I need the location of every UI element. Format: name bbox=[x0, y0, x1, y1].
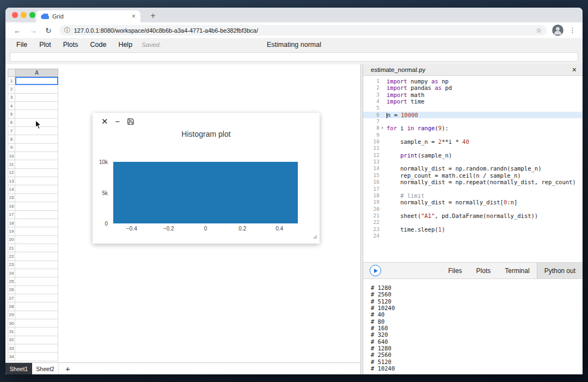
browser-menu-icon[interactable]: ⋮ bbox=[569, 26, 576, 34]
row-header-13[interactable]: 13 bbox=[8, 177, 15, 185]
row-header-17[interactable]: 17 bbox=[8, 211, 15, 219]
cell-A13[interactable] bbox=[15, 177, 58, 185]
cell-A16[interactable] bbox=[15, 202, 58, 210]
code-line-12[interactable]: 12 print(sample_n) bbox=[363, 152, 583, 159]
row-header-2[interactable]: 2 bbox=[8, 85, 15, 93]
cell-A2[interactable] bbox=[15, 85, 58, 93]
code-line-9[interactable]: 9 bbox=[363, 132, 583, 138]
row-header-3[interactable]: 3 bbox=[8, 94, 15, 102]
cell-A30[interactable] bbox=[15, 319, 58, 328]
editor-close-icon[interactable]: × bbox=[572, 65, 577, 74]
code-line-23[interactable]: 23 time.sleep(1) bbox=[363, 226, 583, 233]
cell-A7[interactable] bbox=[15, 127, 58, 135]
sheet-tab-sheet2[interactable]: Sheet2 bbox=[32, 363, 59, 374]
code-line-8[interactable]: 8▾for i in range(9): bbox=[363, 125, 583, 131]
cell-A19[interactable] bbox=[15, 227, 58, 235]
site-info-icon[interactable]: ⓘ bbox=[64, 26, 70, 34]
code-line-4[interactable]: 4import time bbox=[363, 98, 583, 105]
cell-A22[interactable] bbox=[15, 252, 58, 260]
cell-A3[interactable] bbox=[15, 94, 58, 102]
cell-A29[interactable] bbox=[15, 311, 58, 319]
code-line-21[interactable]: 21 sheet("A1", pd.DataFrame(normally_dis… bbox=[363, 213, 583, 219]
cell-A14[interactable] bbox=[15, 185, 58, 193]
row-header-11[interactable]: 11 bbox=[8, 160, 15, 168]
code-line-14[interactable]: 14 normally_dist = np.random.randn(sampl… bbox=[363, 165, 583, 172]
row-header-32[interactable]: 32 bbox=[8, 336, 15, 344]
cell-A17[interactable] bbox=[15, 211, 58, 219]
cell-A27[interactable] bbox=[15, 294, 58, 302]
row-header-34[interactable]: 34 bbox=[8, 353, 15, 361]
menu-plot[interactable]: Plot bbox=[33, 41, 57, 48]
cell-A4[interactable] bbox=[15, 102, 58, 110]
tab-terminal[interactable]: Terminal bbox=[498, 263, 536, 278]
code-line-15[interactable]: 15 rep_count = math.ceil(n / sample_n) bbox=[363, 172, 583, 179]
window-zoom-button[interactable] bbox=[29, 12, 35, 18]
code-line-1[interactable]: 1import numpy as np bbox=[363, 78, 583, 84]
menu-plots[interactable]: Plots bbox=[57, 41, 84, 48]
cell-A18[interactable] bbox=[15, 219, 58, 227]
cell-A21[interactable] bbox=[15, 244, 58, 252]
cell-A34[interactable] bbox=[15, 353, 58, 361]
row-header-31[interactable]: 31 bbox=[8, 328, 15, 336]
run-button[interactable] bbox=[370, 265, 381, 276]
code-line-7[interactable]: 7 bbox=[363, 118, 583, 125]
tab-python-out[interactable]: Python out bbox=[537, 263, 583, 278]
cell-A31[interactable] bbox=[15, 328, 58, 336]
tab-files[interactable]: Files bbox=[441, 263, 469, 278]
row-header-14[interactable]: 14 bbox=[8, 185, 15, 193]
row-header-22[interactable]: 22 bbox=[8, 252, 15, 260]
cell-A15[interactable] bbox=[15, 194, 58, 202]
cell-A9[interactable] bbox=[15, 144, 58, 152]
menu-help[interactable]: Help bbox=[112, 41, 138, 48]
reload-button[interactable]: ↻ bbox=[45, 27, 52, 34]
tab-close-icon[interactable]: × bbox=[132, 13, 136, 20]
row-header-4[interactable]: 4 bbox=[8, 102, 15, 110]
code-line-5[interactable]: 5 bbox=[363, 105, 583, 111]
row-header-27[interactable]: 27 bbox=[8, 294, 15, 302]
code-line-20[interactable]: 20 bbox=[363, 206, 583, 213]
row-header-16[interactable]: 16 bbox=[8, 202, 15, 210]
row-header-28[interactable]: 28 bbox=[8, 302, 15, 311]
code-line-10[interactable]: 10 sample_n = 2**i * 40 bbox=[363, 138, 583, 145]
cell-A5[interactable] bbox=[15, 110, 58, 118]
cell-A11[interactable] bbox=[15, 160, 58, 168]
column-header-A[interactable]: A bbox=[15, 69, 58, 77]
back-button[interactable]: ← bbox=[14, 27, 21, 34]
cell-A33[interactable] bbox=[15, 344, 58, 353]
url-bar[interactable]: ⓘ 127.0.0.1:8080/workspace/d40c8b6b-a3a4… bbox=[59, 25, 547, 35]
plot-close-icon[interactable]: ✕ bbox=[101, 117, 108, 125]
code-line-13[interactable]: 13 bbox=[363, 159, 583, 165]
menu-code[interactable]: Code bbox=[84, 41, 113, 48]
bookmark-star-icon[interactable]: ☆ bbox=[536, 27, 542, 34]
cell-A1[interactable] bbox=[15, 77, 58, 85]
row-header-20[interactable]: 20 bbox=[8, 236, 15, 244]
menu-file[interactable]: File bbox=[10, 41, 33, 48]
cell-A25[interactable] bbox=[15, 277, 58, 286]
code-line-22[interactable]: 22 bbox=[363, 219, 583, 226]
cell-A8[interactable] bbox=[15, 135, 58, 143]
add-sheet-button[interactable]: + bbox=[65, 363, 70, 374]
plot-save-icon[interactable] bbox=[127, 118, 134, 125]
forward-button[interactable]: → bbox=[29, 27, 37, 34]
row-header-15[interactable]: 15 bbox=[8, 194, 15, 202]
code-line-18[interactable]: 18 # limit bbox=[363, 192, 583, 199]
cell-A26[interactable] bbox=[15, 286, 58, 294]
row-header-30[interactable]: 30 bbox=[8, 319, 15, 328]
code-line-11[interactable]: 11 bbox=[363, 145, 583, 151]
cell-A12[interactable] bbox=[15, 169, 58, 177]
sheet-tab-sheet1[interactable]: Sheet1 bbox=[5, 363, 32, 374]
cell-A10[interactable] bbox=[15, 152, 58, 160]
cell-A28[interactable] bbox=[15, 302, 58, 311]
row-header-24[interactable]: 24 bbox=[8, 269, 15, 277]
row-header-1[interactable]: 1 bbox=[8, 77, 15, 85]
row-header-23[interactable]: 23 bbox=[8, 261, 15, 269]
window-close-button[interactable] bbox=[12, 12, 18, 18]
grid-corner-cell[interactable] bbox=[8, 69, 15, 77]
code-line-3[interactable]: 3import math bbox=[363, 92, 583, 98]
row-header-6[interactable]: 6 bbox=[8, 119, 15, 127]
formula-input[interactable] bbox=[10, 52, 578, 62]
row-header-8[interactable]: 8 bbox=[8, 135, 15, 143]
code-line-24[interactable]: 24 bbox=[363, 233, 583, 239]
window-minimize-button[interactable] bbox=[21, 12, 27, 18]
profile-avatar[interactable] bbox=[552, 25, 564, 36]
